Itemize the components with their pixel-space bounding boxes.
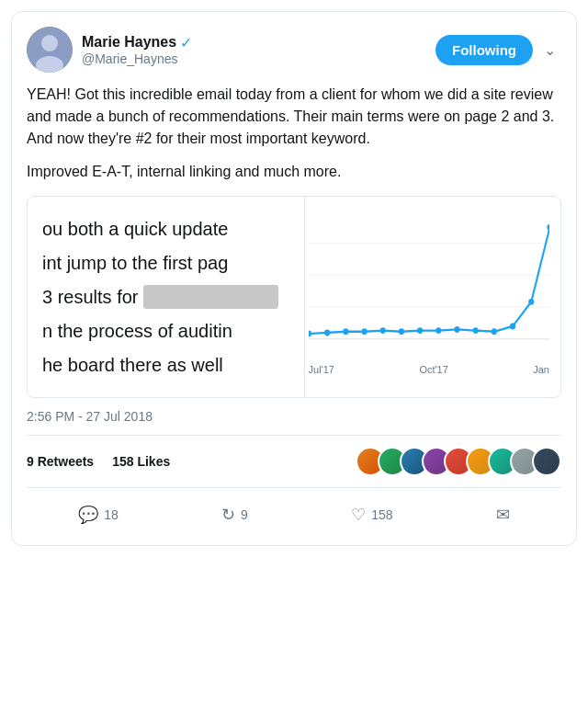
email-line-5: he board there as well <box>42 352 289 378</box>
avatar-image <box>27 27 73 73</box>
follow-section: Following ⌄ <box>435 35 561 65</box>
tweet-stats: 9 Retweets 158 Likes <box>27 435 561 488</box>
tweet-card: Marie Haynes ✓ @Marie_Haynes Following ⌄… <box>11 11 577 546</box>
email-preview-text: ou both a quick update int jump to the f… <box>28 197 305 397</box>
chevron-down-icon[interactable]: ⌄ <box>538 38 561 63</box>
retweet-action[interactable]: ↻ 9 <box>212 499 257 530</box>
email-line-3: 3 results for <box>42 284 289 310</box>
svg-point-8 <box>324 329 330 336</box>
svg-point-10 <box>361 328 367 335</box>
svg-point-9 <box>343 328 348 335</box>
tweet-header: Marie Haynes ✓ @Marie_Haynes Following ⌄ <box>27 27 561 73</box>
svg-point-13 <box>417 327 423 334</box>
avatar <box>27 27 73 73</box>
heart-icon: ♡ <box>351 505 366 525</box>
retweet-stat: 9 Retweets <box>27 454 94 469</box>
email-line-2: int jump to the first pag <box>42 250 289 276</box>
follow-button[interactable]: Following <box>435 35 533 65</box>
svg-point-14 <box>435 327 441 334</box>
svg-point-18 <box>510 324 515 330</box>
email-chart-preview: ou both a quick update int jump to the f… <box>27 196 561 398</box>
like-action[interactable]: ♡ 158 <box>342 499 401 530</box>
svg-point-17 <box>491 328 496 335</box>
reply-count: 18 <box>104 507 119 522</box>
liker-avatars <box>356 447 561 476</box>
svg-point-1 <box>41 35 58 51</box>
user-info: Marie Haynes ✓ @Marie_Haynes <box>82 34 435 66</box>
tweet-timestamp: 2:56 PM - 27 Jul 2018 <box>27 409 561 424</box>
svg-point-11 <box>379 327 385 334</box>
liker-avatar-9 <box>532 447 561 476</box>
svg-point-15 <box>454 326 459 333</box>
chart-label-1: Jul'17 <box>309 364 334 375</box>
retweet-count: 9 <box>241 507 248 522</box>
verified-icon: ✓ <box>180 34 192 51</box>
tweet-text: YEAH! Got this incredible email today fr… <box>27 84 561 183</box>
svg-point-19 <box>528 299 534 305</box>
tweet-paragraph-1: YEAH! Got this incredible email today fr… <box>27 84 561 150</box>
svg-point-20 <box>547 224 549 231</box>
dm-action[interactable]: ✉ <box>487 499 519 530</box>
retweet-icon: ↻ <box>221 505 235 525</box>
reply-icon: 💬 <box>78 505 98 525</box>
like-count: 158 <box>371 507 392 522</box>
email-line-1: ou both a quick update <box>42 216 289 242</box>
svg-point-16 <box>472 327 478 334</box>
mail-icon: ✉ <box>496 505 510 525</box>
svg-point-7 <box>309 331 311 337</box>
svg-point-12 <box>398 328 403 335</box>
likes-stat: 158 Likes <box>112 454 170 469</box>
tweet-paragraph-2: Improved E-A-T, internal linking and muc… <box>27 161 561 183</box>
chart-label-2: Oct'17 <box>419 364 447 375</box>
user-name: Marie Haynes <box>82 34 176 51</box>
email-line-4: n the process of auditin <box>42 318 289 344</box>
tweet-actions: 💬 18 ↻ 9 ♡ 158 ✉ <box>27 499 561 530</box>
chart-label-3: Jan <box>533 364 549 375</box>
reply-action[interactable]: 💬 18 <box>69 499 128 530</box>
user-handle: @Marie_Haynes <box>82 51 435 66</box>
chart-area: Jul'17 Oct'17 Jan <box>305 197 560 397</box>
